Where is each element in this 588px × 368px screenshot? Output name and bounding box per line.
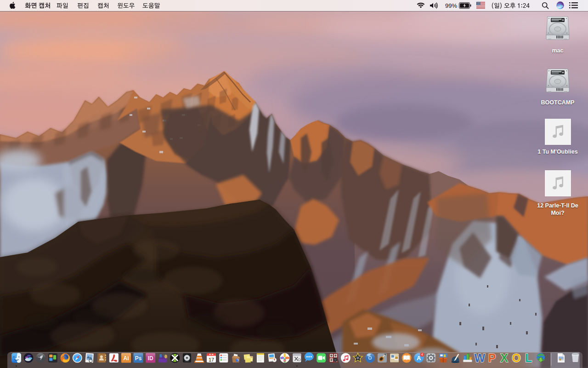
svg-text:P: P [488,351,496,364]
svg-text:W: W [475,351,486,364]
svg-text:17: 17 [209,357,214,362]
svg-text:ID: ID [148,355,153,362]
svg-text:Ps: Ps [135,355,142,362]
svg-text:L: L [525,351,532,364]
svg-text:Mgm: Mgm [250,356,253,358]
svg-text:4: 4 [421,353,423,356]
svg-text:O: O [512,351,520,364]
svg-text:Ai: Ai [124,355,129,362]
svg-text:X: X [500,351,508,364]
